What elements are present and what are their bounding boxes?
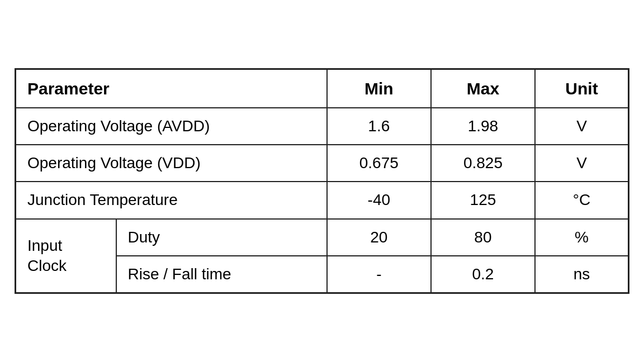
min-duty: 20 [327,219,431,256]
header-unit: Unit [535,69,629,108]
table-row: Operating Voltage (VDD) 0.675 0.825 V [16,145,629,182]
unit-duty: % [535,219,629,256]
header-min: Min [327,69,431,108]
header-row: Parameter Min Max Unit [16,69,629,108]
unit-rise-fall: ns [535,256,629,293]
max-rise-fall: 0.2 [431,256,535,293]
input-clock-row: Input Clock Duty 20 80 % [16,219,629,256]
unit-junction-temp: °C [535,182,629,218]
param-vdd: Operating Voltage (VDD) [16,145,327,182]
min-vdd: 0.675 [327,145,431,182]
header-parameter: Parameter [16,69,327,108]
min-avdd: 1.6 [327,108,431,145]
max-vdd: 0.825 [431,145,535,182]
table-container: Parameter Min Max Unit Operating Voltage… [15,68,629,294]
max-duty: 80 [431,219,535,256]
param-junction-temp: Junction Temperature [16,182,327,218]
unit-vdd: V [535,145,629,182]
table-row: Operating Voltage (AVDD) 1.6 1.98 V [16,108,629,145]
sub-param-rise-fall: Rise / Fall time [116,256,327,293]
min-rise-fall: - [327,256,431,293]
specs-table: Parameter Min Max Unit Operating Voltage… [15,68,629,294]
unit-avdd: V [535,108,629,145]
sub-param-duty: Duty [116,219,327,256]
header-max: Max [431,69,535,108]
table-row: Junction Temperature -40 125 °C [16,182,629,218]
max-junction-temp: 125 [431,182,535,218]
input-clock-label: Input Clock [16,219,116,293]
param-avdd: Operating Voltage (AVDD) [16,108,327,145]
max-avdd: 1.98 [431,108,535,145]
min-junction-temp: -40 [327,182,431,218]
